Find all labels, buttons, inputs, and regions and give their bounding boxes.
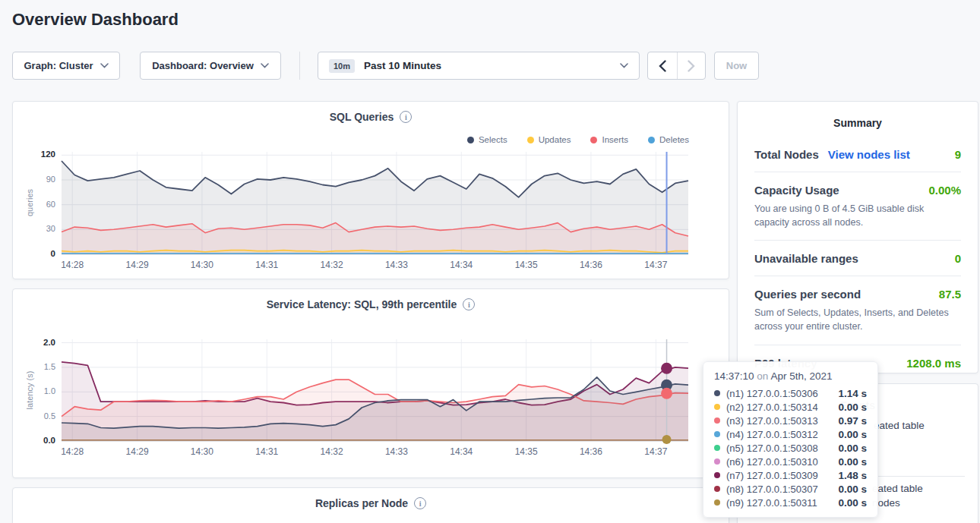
- page-title: Overview Dashboard: [12, 10, 179, 30]
- prev-time-button[interactable]: [648, 52, 677, 79]
- node-latency-value: 0.00 s: [838, 429, 867, 440]
- qps-label: Queries per second: [754, 288, 861, 301]
- node-color-dot: [714, 431, 720, 437]
- summary-row-capacity: Capacity Usage 0.00% You are using 0 B o…: [754, 172, 961, 241]
- info-icon[interactable]: i: [463, 298, 475, 310]
- legend-label: Selects: [479, 135, 507, 144]
- node-color-dot: [714, 445, 720, 451]
- dashboard-dropdown-label: Dashboard: Overview: [152, 60, 254, 71]
- unavailable-ranges-label: Unavailable ranges: [754, 252, 858, 265]
- info-icon[interactable]: i: [400, 111, 412, 123]
- node-address: (n5) 127.0.0.1:50308: [726, 443, 818, 454]
- node-color-dot: [714, 417, 720, 424]
- latency-ytick-label: 1.0: [13, 386, 55, 395]
- latency-xtick-label: 14:33: [380, 446, 413, 457]
- node-address: (n1) 127.0.0.1:50306: [726, 388, 818, 399]
- node-address: (n6) 127.0.0.1:50310: [726, 456, 818, 468]
- event-text-fragment: eated table: [874, 420, 925, 431]
- events-divider: [874, 476, 965, 477]
- node-color-dot: [714, 458, 720, 465]
- info-icon[interactable]: i: [414, 497, 426, 509]
- dashboard-dropdown[interactable]: Dashboard: Overview: [140, 52, 281, 80]
- latency-xtick-label: 14:31: [250, 446, 283, 457]
- sql-xtick-label: 14:33: [380, 260, 413, 270]
- node-latency-value: 0.00 s: [838, 402, 867, 413]
- sql-ytick-label: 30: [13, 224, 55, 233]
- tooltip-node-row: (n7) 127.0.0.1:503091.48 s: [714, 468, 867, 482]
- legend-dot: [527, 137, 534, 143]
- sql-xtick-label: 14:28: [55, 260, 89, 270]
- latency-hover-marker: [661, 388, 672, 399]
- total-nodes-label: Total Nodes: [754, 148, 819, 161]
- chevron-down-icon: [620, 63, 628, 68]
- capacity-usage-label: Capacity Usage: [754, 184, 839, 197]
- sql-xtick-label: 14:35: [510, 260, 543, 270]
- node-address: (n8) 127.0.0.1:50307: [726, 484, 818, 495]
- tooltip-node-row: (n9) 127.0.0.1:503110.00 s: [714, 496, 867, 509]
- tooltip-node-row: (n3) 127.0.0.1:503130.97 s: [714, 414, 867, 427]
- latency-ytick-label: 2.0: [13, 338, 55, 347]
- node-latency-value: 0.00 s: [838, 484, 867, 495]
- summary-panel: Summary Total Nodes View nodes list 9 Ca…: [737, 101, 978, 373]
- node-latency-value: 1.48 s: [838, 470, 867, 481]
- tooltip-node-row: (n2) 127.0.0.1:503140.00 s: [714, 400, 867, 414]
- node-address: (n7) 127.0.0.1:50309: [726, 470, 818, 481]
- chevron-left-icon: [659, 60, 666, 72]
- summary-row-total-nodes: Total Nodes View nodes list 9: [754, 137, 961, 172]
- graph-dropdown[interactable]: Graph: Cluster: [12, 52, 120, 80]
- view-nodes-list-link[interactable]: View nodes list: [828, 148, 910, 161]
- latency-chart-plot[interactable]: [62, 339, 688, 441]
- node-color-dot: [714, 486, 720, 492]
- legend-item-inserts: Inserts: [590, 135, 628, 144]
- node-color-dot: [714, 404, 720, 410]
- tooltip-node-row: (n4) 127.0.0.1:503120.00 s: [714, 427, 867, 441]
- legend-dot: [648, 137, 655, 143]
- legend-item-deletes: Deletes: [648, 135, 689, 144]
- tooltip-node-row: (n8) 127.0.0.1:503070.00 s: [714, 482, 867, 496]
- service-latency-card: Service Latency: SQL, 99th percentile i …: [12, 288, 729, 478]
- replicas-per-node-card: Replicas per Node i: [12, 487, 729, 523]
- sql-xtick-label: 14:34: [444, 260, 478, 270]
- time-nav-group: [647, 52, 706, 80]
- sql-xtick-label: 14:30: [185, 260, 219, 270]
- summary-row-qps: Queries per second 87.5 Sum of Selects, …: [754, 276, 961, 345]
- sql-xtick-label: 14:36: [574, 260, 608, 270]
- legend-label: Updates: [539, 135, 571, 144]
- unavailable-ranges-value: 0: [955, 252, 961, 265]
- chevron-right-icon: [688, 60, 695, 72]
- node-color-dot: [714, 390, 720, 396]
- graph-dropdown-label: Graph: Cluster: [24, 60, 93, 71]
- time-range-dropdown[interactable]: 10m Past 10 Minutes: [318, 52, 640, 80]
- sql-ytick-label: 0: [13, 249, 55, 258]
- latency-xtick-label: 14:32: [315, 446, 349, 457]
- next-time-button[interactable]: [677, 52, 706, 79]
- node-latency-value: 0.00 s: [838, 497, 867, 509]
- chevron-down-icon: [100, 63, 109, 68]
- latency-xtick-label: 14:34: [444, 446, 478, 457]
- node-address: (n3) 127.0.0.1:50313: [726, 415, 818, 427]
- tooltip-node-row: (n5) 127.0.0.1:503080.00 s: [714, 441, 867, 455]
- latency-ytick-label: 1.5: [13, 362, 55, 371]
- sql-chart-plot[interactable]: [62, 152, 688, 254]
- tooltip-node-row: (n1) 127.0.0.1:503061.14 s: [714, 386, 867, 400]
- toolbar-divider: [299, 52, 300, 80]
- node-latency-value: 0.00 s: [838, 456, 867, 468]
- node-latency-value: 0.97 s: [838, 415, 867, 427]
- latency-xtick-label: 14:30: [185, 446, 219, 457]
- latency-xtick-label: 14:29: [121, 446, 154, 457]
- chevron-down-icon: [261, 63, 269, 68]
- sql-queries-title: SQL Queries: [330, 111, 394, 123]
- latency-xtick-label: 14:28: [55, 446, 89, 457]
- latency-hover-marker: [661, 363, 672, 374]
- summary-row-unavailable: Unavailable ranges 0: [754, 241, 961, 276]
- latency-xtick-label: 14:37: [639, 446, 672, 457]
- sql-ytick-label: 60: [13, 200, 55, 209]
- sql-xtick-label: 14:32: [315, 260, 349, 270]
- total-nodes-value: 9: [955, 148, 961, 161]
- qps-desc: Sum of Selects, Updates, Inserts, and De…: [754, 306, 961, 333]
- now-button[interactable]: Now: [714, 52, 759, 80]
- node-latency-value: 0.00 s: [838, 443, 867, 454]
- node-address: (n9) 127.0.0.1:50311: [726, 497, 817, 509]
- tooltip-timestamp: 14:37:10 on Apr 5th, 2021: [714, 370, 867, 382]
- replicas-per-node-title: Replicas per Node: [315, 497, 408, 509]
